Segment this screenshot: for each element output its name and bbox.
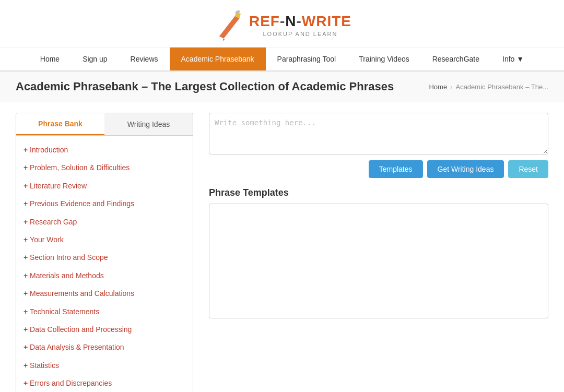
right-panel: Templates Get Writing Ideas Reset Phrase… xyxy=(193,113,548,392)
breadcrumb-home[interactable]: Home xyxy=(429,83,447,91)
nav-signup[interactable]: Sign up xyxy=(71,47,119,70)
tab-writing-ideas[interactable]: Writing Ideas xyxy=(104,113,193,135)
page-header: Academic Phrasebank – The Largest Collec… xyxy=(0,72,564,102)
breadcrumb: Home › Academic Phrasebank – The... xyxy=(429,83,548,91)
chevron-down-icon: ▼ xyxy=(516,55,524,63)
button-row: Templates Get Writing Ideas Reset xyxy=(209,160,548,178)
nav-paraphrasing[interactable]: Paraphrasing Tool xyxy=(266,47,348,70)
write-textarea[interactable] xyxy=(209,113,548,155)
list-item-statistics[interactable]: Statistics xyxy=(16,357,193,374)
sidebar-tabs: Phrase Bank Writing Ideas xyxy=(16,113,193,136)
main-content: Phrase Bank Writing Ideas Introduction P… xyxy=(0,102,564,392)
nav-home[interactable]: Home xyxy=(29,47,71,70)
nav-reviews[interactable]: Reviews xyxy=(119,47,170,70)
list-item-materials[interactable]: Materials and Methods xyxy=(16,267,193,284)
nav-researchgate[interactable]: ResearchGate xyxy=(421,47,491,70)
svg-marker-0 xyxy=(219,16,240,39)
svg-marker-1 xyxy=(223,39,225,41)
nav-info[interactable]: Info ▼ xyxy=(491,47,535,70)
list-item-section-intro[interactable]: Section Intro and Scope xyxy=(16,248,193,266)
list-item-problem[interactable]: Problem, Solution & Difficulties xyxy=(16,159,193,176)
breadcrumb-current: Academic Phrasebank – The... xyxy=(455,83,548,91)
get-writing-ideas-button[interactable]: Get Writing Ideas xyxy=(427,160,504,178)
templates-button[interactable]: Templates xyxy=(369,160,423,178)
list-item-data-collection[interactable]: Data Collection and Processing xyxy=(16,320,193,338)
reset-button[interactable]: Reset xyxy=(508,160,548,178)
phrase-templates-title: Phrase Templates xyxy=(209,187,548,198)
list-item-literature[interactable]: Literature Review xyxy=(16,177,193,195)
logo-text: REF-N-WRITE LOOKUP AND LEARN xyxy=(249,13,351,37)
nav-training[interactable]: Training Videos xyxy=(347,47,421,70)
logo: REF-N-WRITE LOOKUP AND LEARN xyxy=(213,9,351,41)
logo-icon xyxy=(213,9,244,41)
list-item-research-gap[interactable]: Research Gap xyxy=(16,213,193,231)
logo-subtitle: LOOKUP AND LEARN xyxy=(249,31,351,37)
list-item-technical[interactable]: Technical Statements xyxy=(16,303,193,320)
phrase-templates-box xyxy=(209,204,548,318)
sidebar-list: Introduction Problem, Solution & Difficu… xyxy=(16,136,193,392)
sidebar: Phrase Bank Writing Ideas Introduction P… xyxy=(16,113,193,392)
main-nav: Home Sign up Reviews Academic Phrasebank… xyxy=(0,47,564,72)
breadcrumb-separator: › xyxy=(450,83,452,91)
list-item-errors[interactable]: Errors and Discrepancies xyxy=(16,374,193,392)
site-header: REF-N-WRITE LOOKUP AND LEARN xyxy=(0,0,564,47)
logo-title: REF-N-WRITE xyxy=(249,13,351,30)
list-item-measurements[interactable]: Measurements and Calculations xyxy=(16,284,193,302)
list-item-data-analysis[interactable]: Data Analysis & Presentation xyxy=(16,338,193,356)
page-title: Academic Phrasebank – The Largest Collec… xyxy=(16,80,394,93)
list-item-introduction[interactable]: Introduction xyxy=(16,141,193,159)
tab-phrase-bank[interactable]: Phrase Bank xyxy=(16,113,104,135)
nav-phrasebank[interactable]: Academic Phrasebank xyxy=(170,47,266,70)
list-item-your-work[interactable]: Your Work xyxy=(16,231,193,248)
list-item-evidence[interactable]: Previous Evidence and Findings xyxy=(16,195,193,212)
